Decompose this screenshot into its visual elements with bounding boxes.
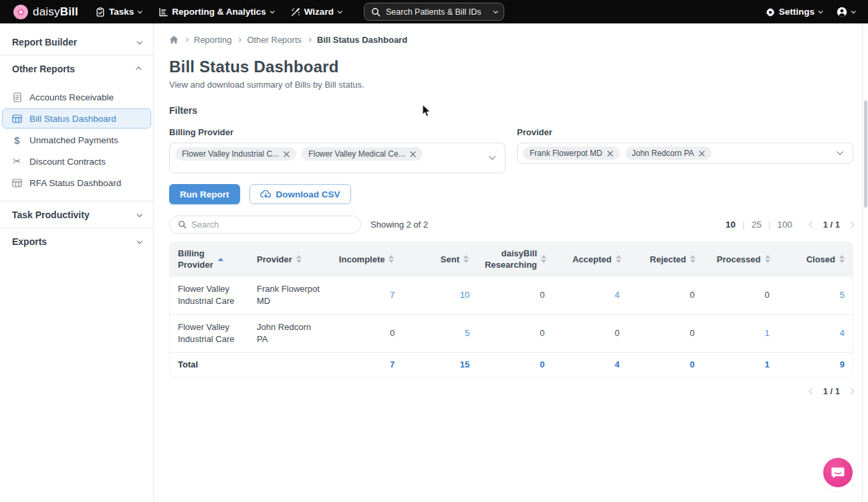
- count-link[interactable]: 15: [460, 359, 469, 371]
- remove-chip-icon[interactable]: [699, 151, 705, 157]
- count-link[interactable]: 4: [615, 359, 619, 371]
- next-page-icon[interactable]: [848, 388, 855, 395]
- divider: |: [768, 220, 771, 230]
- daisybill-logo[interactable]: ✿ daisyBill: [13, 5, 78, 19]
- col-provider[interactable]: Provider: [249, 242, 328, 276]
- count-link[interactable]: 7: [390, 289, 395, 301]
- user-avatar-icon: [837, 7, 847, 17]
- next-page-icon[interactable]: [848, 222, 855, 228]
- account-menu[interactable]: [837, 7, 855, 17]
- main-content: Reporting Other Reports Bill Status Dash…: [154, 23, 868, 502]
- sidebar-section-report-builder[interactable]: Report Builder: [0, 29, 153, 55]
- remove-chip-icon[interactable]: [607, 151, 613, 157]
- menu-wizard[interactable]: Wizard: [291, 7, 341, 17]
- menu-tasks[interactable]: Tasks: [96, 7, 141, 17]
- dollar-icon: $: [11, 135, 23, 146]
- bill-status-table: Billing Provider Provider Incomplete Sen…: [169, 242, 853, 378]
- filter-chip: Flower Valley Medical Ce...: [302, 147, 423, 161]
- col-billing-provider[interactable]: Billing Provider: [170, 242, 249, 276]
- sidebar-section-exports[interactable]: Exports: [0, 228, 153, 254]
- count-link[interactable]: 4: [615, 289, 619, 301]
- menu-settings[interactable]: Settings: [766, 7, 822, 17]
- column-label: Incomplete: [339, 254, 385, 265]
- document-icon: [11, 92, 23, 102]
- remove-chip-icon[interactable]: [410, 151, 416, 157]
- global-search[interactable]: Search Patients & Bill IDs: [364, 3, 504, 21]
- chip-label: John Redcorn PA: [632, 149, 694, 158]
- sidebar-item-unmatched-payments[interactable]: $ Unmatched Payments: [2, 130, 151, 150]
- count-link[interactable]: 9: [840, 359, 845, 371]
- chip-list: Frank Flowerpot MD John Redcorn PA: [523, 147, 830, 160]
- home-icon[interactable]: [169, 35, 179, 44]
- divider: |: [742, 220, 745, 230]
- download-csv-button[interactable]: Download CSV: [249, 184, 351, 204]
- page-size-10[interactable]: 10: [726, 220, 736, 230]
- table-row: Flower Valley Industrial Care Frank Flow…: [170, 276, 853, 314]
- table-search-input[interactable]: [191, 220, 352, 230]
- sidebar-section-task-productivity[interactable]: Task Productivity: [0, 201, 153, 228]
- sidebar-section-other-reports[interactable]: Other Reports: [0, 56, 153, 82]
- cell-accepted: 0: [552, 315, 627, 352]
- count-link[interactable]: 0: [689, 359, 694, 371]
- count-link[interactable]: 7: [390, 359, 395, 371]
- chevron-down-icon[interactable]: [489, 153, 496, 160]
- col-daisybill-researching[interactable]: daisyBill Researching: [477, 242, 554, 276]
- count-link[interactable]: 4: [840, 327, 845, 339]
- main-menu: Tasks Reporting & Analytics Wizard: [96, 7, 341, 17]
- cell-closed: 5: [778, 276, 853, 314]
- chat-smile-icon: [831, 466, 845, 479]
- provider-label: Provider: [517, 127, 853, 137]
- billing-provider-select[interactable]: Flower Valley Industrial C... Flower Val…: [169, 143, 506, 173]
- prev-page-icon[interactable]: [808, 388, 815, 395]
- page-size-100[interactable]: 100: [777, 220, 792, 230]
- remove-chip-icon[interactable]: [284, 151, 290, 157]
- col-rejected[interactable]: Rejected: [629, 242, 704, 276]
- other-reports-items: Accounts Receivable Bill Status Dashboar…: [0, 82, 153, 201]
- section-label: Exports: [12, 236, 47, 247]
- sidebar-item-discount-contracts[interactable]: ✂ Discount Contracts: [2, 151, 151, 171]
- chevron-down-icon: [494, 9, 498, 13]
- chevron-down-icon: [138, 9, 142, 13]
- table-search[interactable]: [169, 216, 361, 234]
- provider-select[interactable]: Frank Flowerpot MD John Redcorn PA: [517, 143, 853, 164]
- count-link[interactable]: 10: [460, 289, 469, 301]
- count-value: 0: [390, 327, 395, 339]
- count-link[interactable]: 0: [540, 359, 544, 371]
- col-accepted[interactable]: Accepted: [554, 242, 629, 276]
- count-value: 0: [540, 327, 544, 339]
- page-size-selector: 10 | 25 | 100: [726, 220, 792, 230]
- sidebar-item-label: Discount Contracts: [29, 157, 106, 167]
- page-size-25[interactable]: 25: [752, 220, 762, 230]
- sidebar-item-accounts-receivable[interactable]: Accounts Receivable: [2, 87, 151, 107]
- filters-heading: Filters: [169, 105, 853, 116]
- breadcrumb-separator-icon: [184, 37, 189, 42]
- page-title: Bill Status Dashboard: [169, 58, 853, 76]
- chat-launcher-button[interactable]: [823, 458, 853, 487]
- filter-chip: Frank Flowerpot MD: [523, 147, 620, 160]
- menu-reporting-analytics[interactable]: Reporting & Analytics: [158, 7, 274, 17]
- chevron-down-icon[interactable]: [837, 149, 843, 155]
- count-link[interactable]: 1: [765, 327, 770, 339]
- sidebar-item-label: Accounts Receivable: [29, 92, 114, 102]
- vertical-scrollbar[interactable]: [862, 23, 868, 502]
- prev-page-icon[interactable]: [808, 222, 815, 228]
- download-csv-label: Download CSV: [276, 189, 340, 199]
- breadcrumb-other-reports[interactable]: Other Reports: [247, 35, 302, 45]
- count-link[interactable]: 5: [840, 289, 845, 301]
- scrollbar-thumb[interactable]: [864, 100, 867, 207]
- column-label: Sent: [441, 254, 459, 265]
- sidebar-item-bill-status-dashboard[interactable]: Bill Status Dashboard: [2, 108, 151, 129]
- col-sent[interactable]: Sent: [402, 242, 477, 276]
- column-label: Accepted: [572, 254, 612, 265]
- col-closed[interactable]: Closed: [778, 242, 853, 276]
- run-report-button[interactable]: Run Report: [169, 184, 240, 204]
- count-link[interactable]: 1: [765, 359, 770, 371]
- table-body: Flower Valley Industrial Care Frank Flow…: [170, 276, 853, 377]
- cell-researching: 0: [477, 276, 552, 314]
- col-incomplete[interactable]: Incomplete: [328, 242, 402, 276]
- count-link[interactable]: 5: [465, 327, 469, 339]
- sidebar-item-rfa-status-dashboard[interactable]: RFA Status Dashboard: [2, 173, 151, 193]
- cell-accepted: 4: [552, 276, 627, 314]
- breadcrumb-reporting[interactable]: Reporting: [194, 35, 231, 45]
- col-processed[interactable]: Processed: [703, 242, 778, 276]
